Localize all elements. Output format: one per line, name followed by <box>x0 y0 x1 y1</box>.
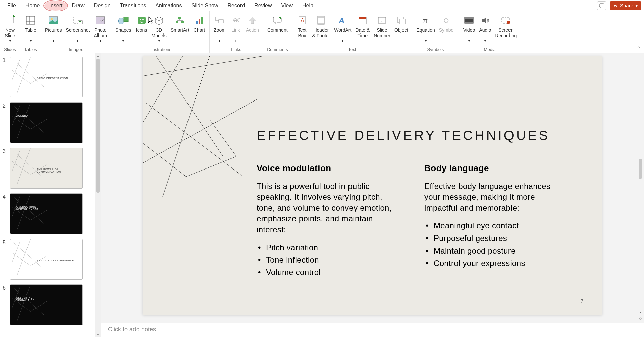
wordart-button[interactable]: A WordArt▾ <box>332 13 353 44</box>
chevron-down-icon: ▾ <box>635 3 638 9</box>
right-heading: Body language <box>424 163 565 174</box>
screenshot-button[interactable]: Screenshot▾ <box>64 13 92 44</box>
screenshot-icon <box>73 14 83 27</box>
svg-rect-19 <box>181 21 184 23</box>
menu-insert[interactable]: Insert <box>44 1 67 11</box>
slide-thumbnail[interactable]: SELECTINGVISUAL AIDS <box>10 284 83 325</box>
svg-text:Ω: Ω <box>443 17 449 25</box>
video-icon <box>464 14 474 27</box>
icons-button[interactable]: Icons <box>133 13 150 40</box>
screen-recording-icon <box>501 14 511 27</box>
share-label: Share <box>620 3 633 8</box>
slide-canvas[interactable]: EFFECTIVE DELIVERY TECHNIQUES Voice modu… <box>143 56 602 315</box>
svg-text:π: π <box>423 17 428 25</box>
svg-line-66 <box>143 99 257 163</box>
svg-rect-22 <box>201 17 203 24</box>
slide-number-button[interactable]: # Slide Number <box>372 13 392 40</box>
header-footer-button[interactable]: Header & Footer <box>310 13 332 40</box>
photo-album-button[interactable]: Photo Album▾ <box>92 13 109 44</box>
symbol-button[interactable]: Ω Symbol <box>437 13 457 40</box>
svg-line-46 <box>12 59 20 80</box>
slide-thumbnails-panel: 1BASIC PRESENTATION2AGENDA3THE POWER OFC… <box>0 53 101 337</box>
menu-draw[interactable]: Draw <box>67 1 89 11</box>
smartart-icon <box>175 14 184 27</box>
menu-record[interactable]: Record <box>223 1 250 11</box>
list-item: Control your expressions <box>424 257 565 269</box>
chevron-down-icon: ▾ <box>425 39 427 43</box>
smartart-button[interactable]: SmartArt <box>169 13 191 40</box>
right-column[interactable]: Body language Effective body language en… <box>424 163 565 269</box>
link-icon <box>231 14 240 27</box>
thumb-number: 4 <box>3 193 10 200</box>
group-illustrations-label: Illustrations <box>113 47 207 53</box>
thumbnail-scrollbar[interactable]: ▲ ▼ <box>95 53 101 337</box>
scroll-down-arrow[interactable]: ▼ <box>96 333 100 336</box>
3d-models-button[interactable]: 3D Models▾ <box>150 13 169 44</box>
slide-thumbnail[interactable]: OVERCOMINGNERVOUSNESS <box>10 193 83 234</box>
screen-recording-button[interactable]: Screen Recording <box>493 13 519 40</box>
pictures-button[interactable]: Pictures▾ <box>43 13 64 44</box>
chevron-down-icon: ▾ <box>484 39 486 43</box>
menu-help[interactable]: Help <box>298 1 318 11</box>
new-slide-icon <box>5 14 15 27</box>
chevron-down-icon: ▾ <box>30 39 32 43</box>
group-slides-label: Slides <box>2 47 18 53</box>
slide-number-icon: # <box>378 14 386 27</box>
collapse-ribbon-button[interactable]: ⌃ <box>637 46 641 51</box>
scrollbar-handle[interactable] <box>639 159 642 179</box>
thumb-number: 2 <box>3 102 10 109</box>
object-button[interactable]: Object <box>392 13 410 40</box>
list-item: Pitch variation <box>257 241 397 254</box>
slide-thumbnail[interactable]: ENGAGING THE AUDIENCE <box>10 239 83 280</box>
audio-button[interactable]: Audio▾ <box>477 13 493 44</box>
svg-line-63 <box>143 56 263 76</box>
menu-view[interactable]: View <box>277 1 298 11</box>
chevron-down-icon: ▾ <box>342 39 343 43</box>
link-button[interactable]: Link▾ <box>228 13 244 44</box>
thumb-number: 5 <box>3 239 10 246</box>
cube-icon <box>154 14 164 27</box>
equation-button[interactable]: π Equation▾ <box>414 13 437 44</box>
left-column[interactable]: Voice modulation This is a powerful tool… <box>257 163 397 279</box>
svg-rect-17 <box>178 17 181 19</box>
scrollbar-handle[interactable] <box>96 59 100 193</box>
menu-file[interactable]: File <box>3 1 21 11</box>
shapes-button[interactable]: Shapes▾ <box>113 13 133 44</box>
list-item: Tone inflection <box>257 254 397 266</box>
zoom-button[interactable]: Zoom▾ <box>212 13 228 44</box>
date-time-button[interactable]: Date & Time <box>353 13 372 40</box>
chart-button[interactable]: Chart <box>191 13 207 40</box>
scroll-up-arrow[interactable]: ▲ <box>96 54 100 58</box>
menu-animations[interactable]: Animations <box>151 1 186 11</box>
share-button[interactable]: Share ▾ <box>610 1 641 10</box>
canvas-scrollbar[interactable] <box>638 58 643 317</box>
svg-rect-2 <box>26 16 35 24</box>
svg-line-68 <box>163 56 210 197</box>
right-paragraph: Effective body language enhances your me… <box>424 181 565 213</box>
group-links-label: Links <box>212 47 261 53</box>
action-icon <box>248 14 256 27</box>
comments-toggle-button[interactable] <box>597 1 606 10</box>
next-slide-button[interactable]: ≎ <box>639 316 642 321</box>
menu-slideshow[interactable]: Slide Show <box>186 1 223 11</box>
slide-thumbnail[interactable]: THE POWER OFCOMMUNICATION <box>10 148 83 189</box>
list-item: Volume control <box>257 266 397 278</box>
slide-thumbnail[interactable]: AGENDA <box>10 102 83 143</box>
menu-home[interactable]: Home <box>21 1 45 11</box>
group-text-label: Text <box>294 47 410 53</box>
comment-button[interactable]: Comment <box>265 13 290 40</box>
notes-pane[interactable]: Click to add notes <box>101 323 644 337</box>
text-box-button[interactable]: A Text Box <box>294 13 310 40</box>
menu-design[interactable]: Design <box>89 1 115 11</box>
svg-text:#: # <box>380 18 383 23</box>
action-button[interactable]: Action <box>244 13 261 40</box>
menu-review[interactable]: Review <box>250 1 276 11</box>
prev-slide-button[interactable]: ≏ <box>639 311 642 316</box>
menu-transitions[interactable]: Transitions <box>115 1 151 11</box>
slide-thumbnail[interactable]: BASIC PRESENTATION <box>10 57 83 97</box>
slide-title[interactable]: EFFECTIVE DELIVERY TECHNIQUES <box>257 128 550 143</box>
video-button[interactable]: Video▾ <box>461 13 477 44</box>
svg-text:A: A <box>301 18 304 23</box>
table-button[interactable]: Table▾ <box>22 13 39 44</box>
new-slide-button[interactable]: New Slide▾ <box>2 13 18 44</box>
